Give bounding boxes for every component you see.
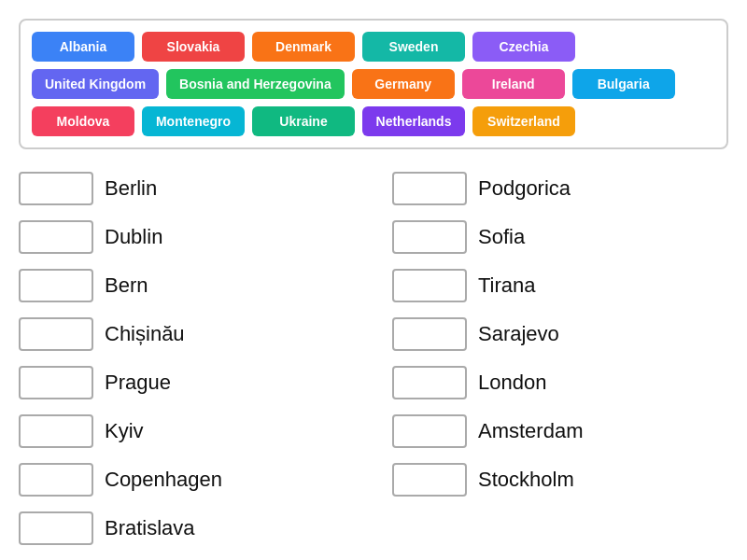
left-column: BerlinDublinBernChișinăuPragueKyivCopenh… <box>19 172 355 545</box>
match-row: Sarajevo <box>392 317 728 351</box>
answer-box[interactable] <box>19 269 93 302</box>
answer-box[interactable] <box>392 366 467 399</box>
match-row: Prague <box>19 366 355 399</box>
tag-switzerland[interactable]: Switzerland <box>472 106 575 136</box>
answer-box[interactable] <box>19 463 93 497</box>
city-label: Stockholm <box>478 468 574 492</box>
tag-czechia[interactable]: Czechia <box>472 32 575 62</box>
answer-box[interactable] <box>392 463 467 497</box>
tag-slovakia[interactable]: Slovakia <box>142 32 245 62</box>
city-label: Kyiv <box>105 419 144 443</box>
answer-box[interactable] <box>19 414 93 448</box>
tag-moldova[interactable]: Moldova <box>32 106 134 136</box>
match-row: Kyiv <box>19 414 355 448</box>
answer-box[interactable] <box>19 317 93 351</box>
city-label: Sofia <box>478 225 525 249</box>
tag-netherlands[interactable]: Netherlands <box>362 106 465 136</box>
match-row: Bratislava <box>19 511 355 545</box>
city-label: Tirana <box>478 273 536 298</box>
answer-box[interactable] <box>392 172 467 205</box>
match-row: Podgorica <box>392 172 728 205</box>
match-row: Berlin <box>19 172 355 205</box>
tag-montenegro[interactable]: Montenegro <box>142 106 245 136</box>
city-label: Prague <box>105 371 171 395</box>
right-column: PodgoricaSofiaTiranaSarajevoLondonAmster… <box>392 172 728 545</box>
tag-albania[interactable]: Albania <box>32 32 134 62</box>
city-label: Podgorica <box>478 176 571 201</box>
answer-box[interactable] <box>392 317 467 351</box>
city-label: Berlin <box>105 176 157 201</box>
match-row: Chișinău <box>19 317 355 351</box>
match-row: Bern <box>19 269 355 302</box>
tag-bosnia[interactable]: Bosnia and Herzegovina <box>166 69 345 99</box>
answer-box[interactable] <box>19 172 93 205</box>
city-label: Chișinău <box>105 322 185 346</box>
tag-uk[interactable]: United Kingdom <box>32 69 159 99</box>
answer-box[interactable] <box>19 366 93 399</box>
tag-bulgaria[interactable]: Bulgaria <box>572 69 675 99</box>
match-row: London <box>392 366 728 399</box>
match-row: Dublin <box>19 220 355 254</box>
answer-box[interactable] <box>19 511 93 545</box>
tag-ireland[interactable]: Ireland <box>462 69 565 99</box>
answer-box[interactable] <box>392 269 467 302</box>
city-label: London <box>478 371 546 395</box>
city-label: Bratislava <box>105 516 195 540</box>
answer-box[interactable] <box>19 220 93 254</box>
city-label: Amsterdam <box>478 419 583 443</box>
tags-row-1: AlbaniaSlovakiaDenmarkSwedenCzechia <box>32 32 715 62</box>
city-label: Bern <box>105 273 148 298</box>
match-row: Sofia <box>392 220 728 254</box>
answer-box[interactable] <box>392 414 467 448</box>
match-row: Stockholm <box>392 463 728 497</box>
answer-box[interactable] <box>392 220 467 254</box>
tag-sweden[interactable]: Sweden <box>362 32 465 62</box>
tags-container: AlbaniaSlovakiaDenmarkSwedenCzechia Unit… <box>19 19 728 149</box>
tag-germany[interactable]: Germany <box>352 69 455 99</box>
tag-denmark[interactable]: Denmark <box>252 32 355 62</box>
matching-area: BerlinDublinBernChișinăuPragueKyivCopenh… <box>19 172 728 545</box>
city-label: Dublin <box>105 225 162 249</box>
tags-row-2: United KingdomBosnia and HerzegovinaGerm… <box>32 69 715 99</box>
match-row: Copenhagen <box>19 463 355 497</box>
city-label: Copenhagen <box>105 468 222 492</box>
city-label: Sarajevo <box>478 322 559 346</box>
tags-row-3: MoldovaMontenegroUkraineNetherlandsSwitz… <box>32 106 715 136</box>
match-row: Amsterdam <box>392 414 728 448</box>
tag-ukraine[interactable]: Ukraine <box>252 106 355 136</box>
match-row: Tirana <box>392 269 728 302</box>
